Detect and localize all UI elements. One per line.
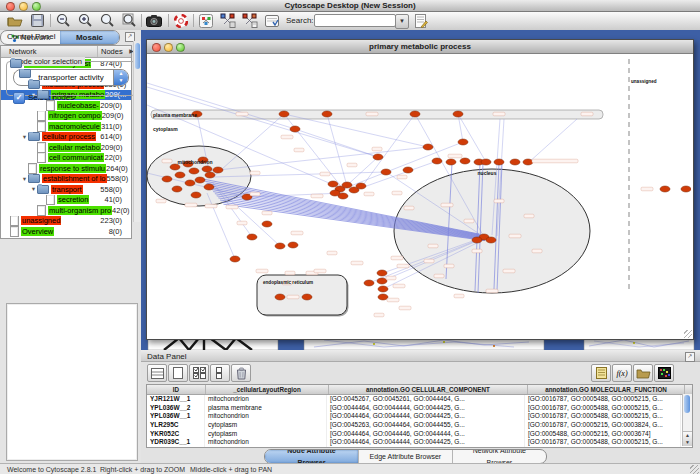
network-node[interactable] xyxy=(381,169,391,175)
network-node[interactable] xyxy=(481,159,491,165)
network-canvas[interactable]: plasma membranecytoplasmmitochondrionnuc… xyxy=(147,53,691,337)
table-column-header[interactable]: annotation.GO MOLECULAR_FUNCTION xyxy=(528,385,685,394)
network-node[interactable] xyxy=(213,167,223,173)
tree-row[interactable]: multi-organism pro42(0) xyxy=(1,205,131,216)
network-node[interactable] xyxy=(460,158,470,164)
network-node[interactable] xyxy=(162,176,172,182)
network-node[interactable] xyxy=(290,126,300,132)
first-neighbors-blue-button[interactable] xyxy=(219,13,237,28)
select-nodes-checkbox[interactable]: ✓ xyxy=(13,92,25,104)
network-node[interactable] xyxy=(275,243,285,249)
zoom-window-button[interactable] xyxy=(32,2,41,11)
network-node[interactable] xyxy=(330,190,340,196)
table-row[interactable]: YJR121W__1mitochondrion[GO:0045267, GO:0… xyxy=(147,395,692,404)
network-node[interactable] xyxy=(172,186,182,192)
help-button[interactable] xyxy=(172,13,190,28)
search-dropdown-arrow[interactable]: ▼ xyxy=(395,14,409,29)
network-node[interactable] xyxy=(681,186,691,192)
network-node[interactable] xyxy=(202,166,212,172)
select-attributes-button[interactable] xyxy=(189,364,209,382)
network-node[interactable] xyxy=(523,159,533,165)
network-close-button[interactable] xyxy=(152,43,161,52)
zoom-selected-button[interactable] xyxy=(98,13,116,28)
table-row[interactable]: YPL036W__2plasma membrane[GO:0044464, GO… xyxy=(147,404,692,413)
network-window-titlebar[interactable]: primary metabolic process xyxy=(147,40,693,54)
network-node[interactable] xyxy=(403,167,413,173)
close-button[interactable] xyxy=(6,2,15,11)
first-neighbors-red-button[interactable] xyxy=(241,13,259,28)
disclosure-triangle-icon[interactable]: ▼ xyxy=(30,186,37,192)
network-node[interactable] xyxy=(279,111,289,117)
network-zoom-button[interactable] xyxy=(176,43,185,52)
tree-row[interactable]: cell communicat22(0) xyxy=(1,153,131,164)
zoom-out-button[interactable] xyxy=(54,13,72,28)
network-node[interactable] xyxy=(195,177,205,183)
zoom-in-button[interactable] xyxy=(76,13,94,28)
tree-row[interactable]: unassigned223(0) xyxy=(1,216,131,227)
network-node[interactable] xyxy=(510,159,520,165)
network-node[interactable] xyxy=(247,234,257,240)
network-node[interactable] xyxy=(356,183,366,189)
function-builder-button[interactable]: f(x) xyxy=(612,364,632,382)
network-node[interactable] xyxy=(185,180,195,186)
table-scrollbar[interactable]: ▲▼ xyxy=(682,394,692,446)
network-node[interactable] xyxy=(328,181,338,187)
network-node[interactable] xyxy=(486,237,496,243)
tree-row[interactable]: macromolecule311(0) xyxy=(1,121,131,132)
network-view-window[interactable]: primary metabolic process plasma membran… xyxy=(146,39,694,340)
table-row[interactable]: YLR295Ccytoplasm[GO:0045263, GO:0044464,… xyxy=(147,421,692,430)
network-node[interactable] xyxy=(410,111,420,117)
disclosure-triangle-icon[interactable]: ▼ xyxy=(21,176,28,182)
table-row[interactable]: YKR052Ccytoplasm[GO:0044464, GO:0044446,… xyxy=(147,430,692,439)
network-node[interactable] xyxy=(472,237,482,243)
network-node[interactable] xyxy=(432,158,442,164)
table-scrollbar-buttons[interactable]: ▲▼ xyxy=(683,431,692,446)
network-node[interactable] xyxy=(189,168,199,174)
search-input[interactable] xyxy=(314,14,396,27)
network-window-resize-grip[interactable] xyxy=(684,330,692,338)
tree-row[interactable]: ▼cellular process614(0) xyxy=(1,132,131,143)
tree-row[interactable]: Overview8(0) xyxy=(1,226,131,237)
float-data-panel-icon[interactable]: ↗ xyxy=(685,352,695,362)
network-node[interactable] xyxy=(373,154,383,160)
annotation-wizard-button[interactable] xyxy=(412,13,430,28)
new-attribute-button[interactable] xyxy=(168,364,188,382)
vizmapper-button[interactable] xyxy=(263,13,281,28)
network-node[interactable] xyxy=(288,242,298,248)
open-file-button[interactable] xyxy=(6,13,24,28)
network-node[interactable] xyxy=(191,192,201,198)
table-column-header[interactable]: _cellularLayoutRegion xyxy=(206,385,329,394)
notepad-button[interactable] xyxy=(591,364,611,382)
zoom-fit-button[interactable] xyxy=(120,13,138,28)
tree-row[interactable]: nitrogen compo209(0) xyxy=(1,111,131,122)
network-node[interactable] xyxy=(175,172,185,178)
tab-edge-attribute-browser[interactable]: Edge Attribute Browser xyxy=(359,450,453,463)
app-resize-grip[interactable] xyxy=(690,465,699,474)
tab-node-attribute-browser[interactable]: Node Attribute Browser xyxy=(265,450,359,463)
minimize-button[interactable] xyxy=(19,2,28,11)
table-row[interactable]: YDR039C__1mitochondrion[GO:0044464, GO:0… xyxy=(147,438,692,447)
import-network-button[interactable] xyxy=(197,13,215,28)
network-node[interactable] xyxy=(494,159,504,165)
tree-row[interactable]: ▼transport558(0) xyxy=(1,184,131,195)
snapshot-button[interactable] xyxy=(145,13,163,28)
network-node[interactable] xyxy=(364,280,374,286)
tree-column-network[interactable]: Network xyxy=(1,46,98,57)
attribute-table-button[interactable] xyxy=(147,364,167,382)
network-node[interactable] xyxy=(205,172,215,178)
tree-row[interactable]: secretion41(0) xyxy=(1,195,131,206)
network-node[interactable] xyxy=(660,186,670,192)
save-session-button[interactable] xyxy=(28,13,46,28)
network-node[interactable] xyxy=(342,182,352,188)
network-node[interactable] xyxy=(377,270,387,276)
network-node[interactable] xyxy=(204,184,214,190)
attribute-table-header[interactable]: ID_cellularLayoutRegionannotation.GO CEL… xyxy=(147,385,692,395)
tree-row[interactable]: response to stimulu264(0) xyxy=(1,163,131,174)
network-node[interactable] xyxy=(377,278,387,284)
unselect-attributes-button[interactable] xyxy=(210,364,230,382)
network-node[interactable] xyxy=(322,111,332,117)
table-row[interactable]: YPL036W__1mitochondrion[GO:0044464, GO:0… xyxy=(147,412,692,421)
network-node[interactable] xyxy=(275,294,285,300)
delete-attribute-button[interactable] xyxy=(231,364,251,382)
tree-row[interactable]: cellular metabo209(0) xyxy=(1,142,131,153)
